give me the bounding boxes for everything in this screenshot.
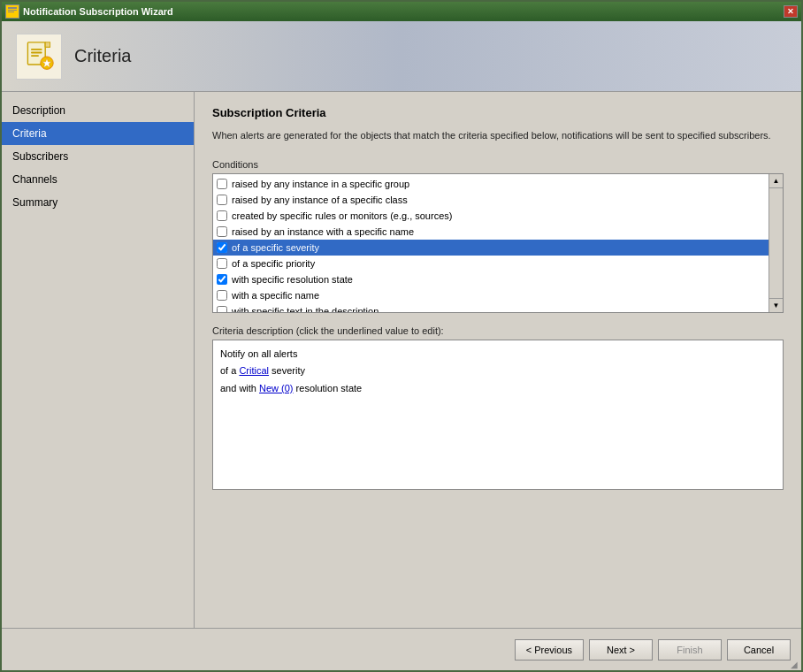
- condition-item-c3[interactable]: created by specific rules or monitors (e…: [213, 208, 769, 224]
- svg-rect-9: [31, 55, 39, 57]
- svg-rect-6: [45, 42, 50, 46]
- criteria-desc-box: Notify on all alerts of a Critical sever…: [212, 340, 784, 490]
- condition-checkbox-c7[interactable]: [217, 274, 227, 285]
- footer: < Previous Next > Finish Cancel: [2, 628, 801, 670]
- sidebar: Description Criteria Subscribers Channel…: [2, 92, 195, 628]
- sidebar-item-criteria[interactable]: Criteria: [2, 122, 194, 145]
- svg-rect-7: [31, 49, 42, 50]
- document-icon: [23, 41, 55, 73]
- svg-rect-2: [8, 10, 17, 11]
- condition-label-c6: of a specific priority: [232, 258, 315, 269]
- condition-label-c3: created by specific rules or monitors (e…: [232, 210, 452, 221]
- condition-checkbox-c4[interactable]: [217, 226, 227, 237]
- criteria-line2-prefix: of a: [220, 365, 239, 376]
- condition-checkbox-c6[interactable]: [217, 258, 227, 269]
- condition-item-c4[interactable]: raised by an instance with a specific na…: [213, 224, 769, 240]
- section-title: Subscription Criteria: [212, 106, 784, 119]
- condition-item-c6[interactable]: of a specific priority: [213, 256, 769, 271]
- condition-label-c1: raised by any instance in a specific gro…: [232, 179, 409, 189]
- criteria-line2-suffix: severity: [269, 365, 305, 376]
- sidebar-item-summary[interactable]: Summary: [2, 191, 194, 214]
- criteria-line3-suffix: resolution state: [294, 383, 363, 393]
- header-banner: Criteria: [2, 21, 801, 92]
- condition-checkbox-c9[interactable]: [217, 306, 227, 313]
- condition-label-c4: raised by an instance with a specific na…: [232, 226, 414, 237]
- wizard-window: Notification Subscription Wizard ✕ Crite…: [0, 0, 803, 672]
- svg-rect-8: [31, 51, 42, 53]
- criteria-desc-label: Criteria description (click the underlin…: [212, 325, 784, 336]
- condition-label-c2: raised by any instance of a specific cla…: [232, 195, 408, 205]
- content-area: Subscription Criteria When alerts are ge…: [195, 92, 801, 628]
- condition-checkbox-c3[interactable]: [217, 210, 227, 221]
- condition-item-c8[interactable]: with a specific name: [213, 287, 769, 303]
- finish-button[interactable]: Finish: [658, 639, 722, 661]
- condition-item-c2[interactable]: raised by any instance of a specific cla…: [213, 192, 769, 208]
- condition-checkbox-c1[interactable]: [217, 179, 227, 189]
- scrollbar[interactable]: ▲ ▼: [769, 174, 783, 312]
- conditions-box: raised by any instance in a specific gro…: [212, 173, 784, 313]
- sidebar-item-channels[interactable]: Channels: [2, 168, 194, 191]
- sidebar-item-subscribers[interactable]: Subscribers: [2, 145, 194, 168]
- main-area: Description Criteria Subscribers Channel…: [2, 92, 801, 628]
- criteria-line1: Notify on all alerts: [220, 346, 776, 363]
- criteria-severity-link[interactable]: Critical: [239, 365, 269, 376]
- previous-button[interactable]: < Previous: [515, 639, 584, 661]
- criteria-line3: and with New (0) resolution state: [220, 380, 776, 398]
- resize-handle[interactable]: ◢: [791, 660, 801, 670]
- condition-checkbox-c2[interactable]: [217, 195, 227, 205]
- header-icon-container: [16, 34, 62, 80]
- condition-item-c1[interactable]: raised by any instance in a specific gro…: [213, 176, 769, 192]
- condition-checkbox-c5[interactable]: [217, 242, 227, 253]
- condition-item-c5[interactable]: of a specific severity: [213, 240, 769, 256]
- condition-item-c9[interactable]: with specific text in the description: [213, 303, 769, 313]
- header-title: Criteria: [74, 46, 131, 66]
- condition-label-c5: of a specific severity: [232, 242, 319, 253]
- sidebar-item-description[interactable]: Description: [2, 99, 194, 122]
- criteria-line2: of a Critical severity: [220, 363, 776, 380]
- condition-checkbox-c8[interactable]: [217, 290, 227, 301]
- criteria-line3-prefix: and with: [220, 383, 259, 393]
- svg-rect-1: [8, 7, 17, 9]
- svg-rect-3: [8, 11, 14, 12]
- next-button[interactable]: Next >: [589, 639, 653, 661]
- condition-label-c7: with specific resolution state: [232, 274, 353, 285]
- cancel-button[interactable]: Cancel: [727, 639, 791, 661]
- criteria-resolution-link[interactable]: New (0): [259, 383, 294, 393]
- titlebar: Notification Subscription Wizard ✕: [2, 2, 801, 21]
- description-text: When alerts are generated for the object…: [212, 128, 784, 143]
- condition-label-c8: with a specific name: [232, 290, 319, 301]
- window-icon: [5, 4, 19, 19]
- conditions-list: raised by any instance in a specific gro…: [213, 174, 783, 313]
- condition-label-c9: with specific text in the description: [232, 306, 379, 313]
- close-button[interactable]: ✕: [784, 5, 798, 18]
- window-title: Notification Subscription Wizard: [23, 6, 784, 17]
- condition-item-c7[interactable]: with specific resolution state: [213, 271, 769, 287]
- conditions-label: Conditions: [212, 159, 784, 170]
